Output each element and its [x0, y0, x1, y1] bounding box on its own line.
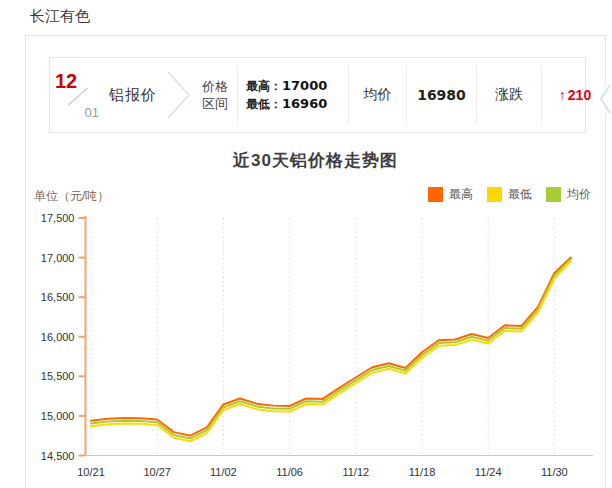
svg-text:17,000: 17,000	[41, 252, 75, 264]
avg-label: 均价	[348, 66, 406, 124]
svg-text:11/18: 11/18	[409, 466, 436, 478]
change-value: 210	[568, 87, 591, 103]
low-row: 最低：16960	[246, 95, 327, 113]
up-arrow-icon: ↑	[559, 87, 566, 103]
low-label: 最低：	[246, 97, 282, 111]
page-title: 长江有色	[30, 7, 90, 26]
legend-label-low: 最低	[508, 186, 532, 203]
legend-item-avg[interactable]: 均价	[546, 186, 591, 203]
price-range-line1: 价格	[202, 78, 228, 95]
product-name: 铝报价	[109, 86, 157, 105]
svg-text:15,500: 15,500	[41, 370, 75, 382]
legend-item-high[interactable]: 最高	[428, 186, 473, 203]
high-label: 最高：	[246, 79, 282, 93]
svg-text:11/06: 11/06	[276, 466, 303, 478]
avg-value: 16980	[406, 66, 476, 124]
chevron-right-icon	[165, 70, 193, 120]
high-series-swatch-icon	[428, 187, 443, 202]
svg-text:11/12: 11/12	[342, 466, 369, 478]
legend-item-low[interactable]: 最低	[487, 186, 532, 203]
svg-text:11/24: 11/24	[475, 466, 502, 478]
svg-text:11/30: 11/30	[541, 466, 568, 478]
svg-text:11/02: 11/02	[210, 466, 237, 478]
chart-unit-label: 单位（元/吨）	[34, 188, 109, 205]
low-value: 16960	[282, 96, 327, 111]
change-value-cell: ↑ 210	[541, 66, 608, 124]
svg-text:16,000: 16,000	[41, 331, 75, 343]
main-panel: 12 01 铝报价 价格 区间 最高：17000 最低：16960 均价 169…	[25, 35, 606, 488]
high-value: 17000	[282, 78, 327, 93]
chart-title: 近30天铝价格走势图	[26, 149, 605, 172]
price-range-label: 价格 区间	[193, 66, 237, 124]
high-low-cell: 最高：17000 最低：16960	[237, 66, 348, 124]
avg-series-swatch-icon	[546, 187, 561, 202]
chart-legend: 最高 最低 均价	[428, 186, 591, 203]
quote-date: 12 01	[55, 72, 99, 118]
change-label: 涨跌	[476, 66, 541, 124]
svg-text:16,500: 16,500	[41, 291, 75, 303]
quote-date-day: 01	[85, 105, 99, 120]
page: 长江有色 12 01 铝报价 价格 区间 最高：17000 最低：16960	[0, 0, 612, 488]
high-row: 最高：17000	[246, 77, 327, 95]
price-trend-chart: 10/2110/2711/0211/0611/1211/1811/2411/30…	[26, 209, 605, 487]
svg-text:15,000: 15,000	[41, 410, 75, 422]
quote-date-month: 12	[55, 70, 77, 93]
svg-text:17,500: 17,500	[41, 212, 75, 224]
legend-label-avg: 均价	[567, 186, 591, 203]
low-series-swatch-icon	[487, 187, 502, 202]
svg-text:10/21: 10/21	[77, 466, 105, 478]
svg-text:14,500: 14,500	[41, 450, 75, 462]
legend-label-high: 最高	[449, 186, 473, 203]
quote-bar: 12 01 铝报价 价格 区间 最高：17000 最低：16960 均价 169…	[49, 57, 586, 133]
price-range-line2: 区间	[202, 95, 228, 112]
svg-text:10/27: 10/27	[143, 466, 171, 478]
